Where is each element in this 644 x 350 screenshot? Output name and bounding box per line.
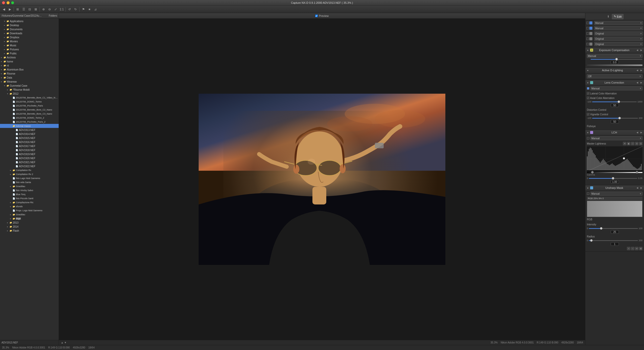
toolbar-compare-btn[interactable]: ⊠	[33, 7, 39, 12]
tree-item[interactable]: 📄foto Lago Nisti Sanremo	[0, 176, 59, 180]
lc-slider2-thumb[interactable]	[618, 117, 621, 119]
toolbar-back-btn[interactable]: ◀	[1, 7, 7, 12]
lch-icon-4[interactable]: ⊙	[635, 142, 638, 145]
um-icon-3[interactable]: ↩	[635, 247, 638, 250]
color-check-5[interactable]	[586, 43, 589, 45]
tree-item[interactable]: ▸📁Aluminium Box	[0, 67, 59, 72]
lens-correction-header[interactable]: ■ Lens Correction ◀ ▶	[585, 80, 644, 85]
close-button[interactable]	[2, 1, 5, 4]
toolbar-flag-btn[interactable]: ⚑	[81, 7, 86, 12]
toolbar-grid-btn[interactable]: ⊞	[15, 7, 20, 12]
maximize-button[interactable]	[11, 1, 14, 4]
tree-item[interactable]: 📄Propr. Logo Nisti Sanremo	[0, 208, 59, 213]
color-check-1[interactable]	[586, 22, 589, 24]
tree-item[interactable]: 📄20120706_DOMO_Torino_2	[0, 116, 59, 120]
tree-item[interactable]: 📄20120706_Berretto_Bore_C2_Nano	[0, 108, 59, 112]
tree-item[interactable]: 📄foto Piccolo Santi	[0, 196, 59, 200]
lc-value-box-2[interactable]: 50	[611, 120, 619, 123]
gamma-thumb[interactable]	[612, 177, 614, 180]
axial-ca-check[interactable]: ✓	[587, 97, 589, 99]
radius-track[interactable]	[589, 240, 638, 241]
tree-item[interactable]: ▸📁Documents	[0, 27, 59, 31]
lateral-ca-check[interactable]: ✓	[587, 92, 589, 95]
radius-thumb[interactable]	[590, 239, 593, 242]
lc-action-1[interactable]: ◀	[635, 81, 639, 84]
dlighting-header[interactable]: ■ Active D-Lighting ◀ ▶	[585, 68, 644, 73]
exp-slider-thumb[interactable]	[615, 58, 618, 60]
tree-item[interactable]: ▸📁nt	[0, 63, 59, 67]
radius-value-box[interactable]: 1	[611, 242, 619, 246]
tree-item[interactable]: 📄Blue Torq	[0, 192, 59, 196]
tab-info[interactable]: ℹ	[606, 14, 611, 19]
lc-value-box-1[interactable]: 50	[611, 103, 619, 107]
tree-item[interactable]: 📄foto Vincky Salvo	[0, 188, 59, 192]
tree-item[interactable]: 📄ADV1919.NEF	[0, 152, 59, 156]
dl-action-2[interactable]: ▶	[639, 68, 643, 72]
tab-edit[interactable]: ✎ Edit	[612, 14, 624, 19]
tree-item[interactable]: 📄ADV1917.NEF	[0, 144, 59, 148]
lc-check[interactable]: ✓	[587, 87, 589, 90]
tree-item[interactable]: ▾📁Gunmetal Case	[0, 84, 59, 88]
tree-item[interactable]: ▸📁Public	[0, 51, 59, 55]
tree-item[interactable]: 📄ADV1920.NEF	[0, 156, 59, 160]
tree-item[interactable]: ▸📁Movies	[0, 39, 59, 43]
preview-label[interactable]: Preview	[315, 14, 329, 17]
tree-item[interactable]: ▾📁Applications	[0, 19, 59, 23]
toolbar-fit-btn[interactable]: ⤢	[53, 7, 58, 12]
exp-action-2[interactable]: ▶	[639, 48, 643, 52]
tree-item[interactable]: ▸📁home	[0, 59, 59, 63]
color-check-3[interactable]	[586, 32, 589, 35]
color-dropdown-5[interactable]: Original ▼	[594, 42, 643, 46]
um-check[interactable]	[587, 192, 589, 195]
tree-item[interactable]: 📄20120706_DOMO_Torino	[0, 100, 59, 104]
dl-action-1[interactable]: ◀	[635, 68, 639, 72]
tree-item[interactable]: ▾📁2012	[0, 92, 59, 96]
tree-item[interactable]: ▸📁Downloads	[0, 31, 59, 35]
hist-range-right[interactable]	[636, 171, 638, 173]
tree-item[interactable]: ▸📁Desktop	[0, 23, 59, 27]
tree-item[interactable]: ▸📁2013	[0, 221, 59, 225]
exp-slider-track[interactable]	[591, 59, 642, 60]
lc-mode-dropdown[interactable]: Manual ▼	[590, 86, 642, 90]
lc-slider1-thumb[interactable]	[618, 100, 620, 103]
tree-item[interactable]: 📄20120706_Picchetto_Paris_2	[0, 120, 59, 124]
toolbar-zoom-in-btn[interactable]: ⊕	[41, 7, 46, 12]
tree-item[interactable]: ▸📁Compilation Rx 2	[0, 172, 59, 176]
tree-item[interactable]: ▸📁Weareav	[0, 80, 59, 84]
um-icon-4[interactable]: ⊞	[639, 247, 642, 250]
exp-value-box[interactable]: 0.0	[611, 60, 619, 64]
toolbar-rotate-left-btn[interactable]: ↺	[67, 7, 72, 12]
preview-checkbox[interactable]	[315, 15, 318, 17]
tree-item[interactable]: ▸📁Dropbox	[0, 35, 59, 39]
intensity-thumb[interactable]	[600, 227, 602, 230]
tree-item[interactable]: 📄ADV1916.NEF	[0, 140, 59, 144]
lch-header[interactable]: ■ LCH ◀ ▶	[585, 130, 644, 135]
um-icon-2[interactable]: −	[631, 247, 634, 250]
tree-item[interactable]: ▸📁Compilazione Ric	[0, 200, 59, 204]
um-mode-dropdown[interactable]: Manual ▼	[590, 192, 642, 196]
tree-item[interactable]: 📄ADV1914.NEF	[0, 132, 59, 136]
tree-item[interactable]: 📄ADV1913.NEF	[0, 128, 59, 132]
intensity-track[interactable]	[589, 228, 638, 229]
tree-item[interactable]: ▸📁*Risorse Mobili	[0, 88, 59, 92]
tree-item[interactable]: ▸📁Risorse	[0, 72, 59, 76]
vignette-check[interactable]: ✓	[587, 113, 589, 116]
tree-item[interactable]: 📄20120706_Berretto_Bore_C3_Nano	[0, 112, 59, 116]
tree-item[interactable]: 📄20120706_Berretto_Bore_C1_Video_Nano	[0, 96, 59, 100]
um-action-1[interactable]: ◀	[635, 186, 639, 190]
toolbar-thumbs-btn[interactable]: ⊟	[27, 7, 32, 12]
dlighting-dropdown[interactable]: Off ▼	[587, 74, 642, 78]
lch-icon-3[interactable]: □	[631, 142, 634, 145]
color-check-4[interactable]	[586, 38, 589, 40]
hist-range-track[interactable]	[587, 172, 642, 173]
color-dropdown-1[interactable]: Manual ▼	[594, 21, 643, 25]
tree-item[interactable]: ▸📁dsgn	[0, 217, 59, 221]
lch-action-2[interactable]: ▶	[639, 131, 643, 134]
color-dropdown-3[interactable]: Original ▼	[594, 31, 643, 36]
exp-mode-dropdown[interactable]: Manual ▼	[587, 54, 642, 58]
gamma-value-box[interactable]: 1.00	[611, 180, 619, 184]
lch-icon-2[interactable]: ◐	[627, 142, 630, 145]
toolbar-filter-btn[interactable]: ⊿	[93, 7, 98, 12]
tree-item[interactable]: 📄ADV1921.NEF	[0, 160, 59, 164]
exposure-comp-header[interactable]: ■ ☀ Exposure Compensation ◀ ▶	[585, 48, 644, 53]
